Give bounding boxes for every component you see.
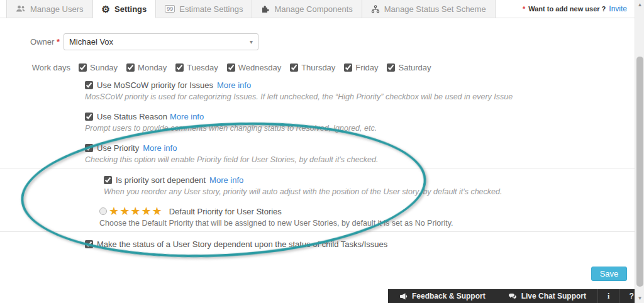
chat-bubbles-icon [508,293,517,300]
owner-row: Owner * Michael Vox ▾ [0,33,264,50]
info-icon: i [608,292,609,301]
priority-sort-checkbox[interactable] [104,176,112,184]
use-priority-checkbox[interactable] [85,144,93,152]
workday-checkbox[interactable] [79,63,87,72]
workday-monday[interactable]: Monday [126,63,167,72]
tab-strip: Manage Users ⚙ Settings 99 Estimate Sett… [6,0,496,18]
tab-manage-status-set-scheme[interactable]: Manage Status Set Scheme [362,0,496,18]
question-icon: ? [629,292,633,300]
default-priority-block: ★★★★★ Default Priority for User Stories … [99,206,453,228]
more-info-link[interactable]: More info [143,143,177,153]
workdays-row: Work days Sunday Monday Tuesday Wednesda… [0,63,440,72]
status-reason-checkbox[interactable] [85,113,93,121]
workday-tuesday[interactable]: Tuesday [175,63,218,72]
invite-question: Want to add new user ? [528,5,606,13]
setting-description: MosSCoW priority is used for categorizin… [85,92,513,101]
section-divider [0,168,635,168]
gear-icon: ⚙ [102,4,110,14]
footer-button-label: Feedback & Support [412,292,486,300]
workday-wednesday[interactable]: Wednesday [227,63,281,72]
setting-status-dependent: Make the status of a User Story dependen… [85,240,387,249]
scroll-up-arrow[interactable]: ▲ [635,0,644,9]
scroll-down-arrow[interactable]: ▼ [635,294,644,303]
tab-label: Manage Users [30,4,84,14]
puzzle-icon [261,5,270,13]
required-asterisk: * [523,5,525,13]
workday-checkbox[interactable] [344,63,352,72]
workday-thursday[interactable]: Thursday [290,63,335,72]
default-priority-label: Default Priority for User Stories [169,207,282,216]
users-icon [16,5,26,13]
workday-sunday[interactable]: Sunday [79,63,118,72]
required-asterisk: * [57,37,60,47]
workday-checkbox[interactable] [290,63,298,72]
live-chat-button[interactable]: Live Chat Support [497,289,597,303]
no-priority-radio[interactable] [99,207,107,215]
tab-settings[interactable]: ⚙ Settings [93,0,157,18]
scheme-icon [371,5,380,13]
more-info-link[interactable]: More info [170,112,204,121]
workday-checkbox[interactable] [387,63,395,72]
section-divider [0,231,635,232]
setting-description: Checking this option will enable Priorit… [85,155,379,164]
setting-label: Use Priority [97,143,139,153]
status-dependent-checkbox[interactable] [85,240,93,248]
setting-label: Make the status of a User Story dependen… [97,240,387,249]
tab-manage-users[interactable]: Manage Users [6,0,93,18]
owner-selected-value: Michael Vox [69,37,113,47]
star-rating[interactable]: ★★★★★ [109,206,163,217]
footer-bar: Feedback & Support Live Chat Support i ?… [388,289,635,303]
tab-label: Manage Status Set Scheme [384,4,486,14]
estimate-99-icon: 99 [165,5,175,13]
info-button[interactable]: i [597,289,619,303]
setting-moscow: Use MoSCoW priority for Issues More info… [85,80,513,101]
save-button[interactable]: Save [591,267,627,281]
vertical-scrollbar[interactable]: ▲ ▼ [635,0,644,303]
tab-label: Estimate Settings [179,4,243,14]
setting-label: Is priority sort dependent [116,175,206,185]
owner-select[interactable]: Michael Vox ▾ [64,33,258,50]
footer-button-label: Live Chat Support [521,292,586,300]
tab-bar: Manage Users ⚙ Settings 99 Estimate Sett… [0,0,635,18]
more-info-link[interactable]: More info [217,80,251,90]
more-info-link[interactable]: More info [209,175,243,185]
moscow-checkbox[interactable] [85,81,93,89]
owner-label: Owner * [0,37,60,47]
workday-checkbox[interactable] [227,63,235,72]
setting-description: When you reorder any User story, priorit… [104,187,502,196]
megaphone-icon [399,293,408,300]
workdays-label: Work days [0,63,70,72]
workday-checkbox[interactable] [175,63,184,72]
tab-estimate-settings[interactable]: 99 Estimate Settings [156,0,252,18]
invite-area: * Want to add new user ? Invite [523,0,635,18]
tab-label: Settings [114,4,147,14]
chevron-down-icon: ▾ [250,38,253,45]
invite-link[interactable]: Invite [609,4,627,13]
tab-label: Manage Components [274,4,352,14]
default-priority-description: Choose the Default Priority that will be… [99,219,453,228]
tab-manage-components[interactable]: Manage Components [252,0,362,18]
setting-description: Prompt users to provide comments when ch… [85,124,377,133]
setting-label: Use Status Reason [97,112,167,121]
workday-saturday[interactable]: Saturday [387,63,431,72]
workday-friday[interactable]: Friday [344,63,378,72]
workday-checkbox[interactable] [126,63,135,72]
workdays-list: Sunday Monday Tuesday Wednesday Thursday… [79,63,440,72]
scrollbar-thumb[interactable] [636,57,643,287]
setting-use-priority: Use Priority More info Checking this opt… [85,143,379,164]
feedback-support-button[interactable]: Feedback & Support [388,289,497,303]
setting-status-reason: Use Status Reason More info Prompt users… [85,112,377,133]
setting-label: Use MoSCoW priority for Issues [97,80,213,90]
setting-priority-sort-dependent: Is priority sort dependent More info Whe… [104,175,502,196]
